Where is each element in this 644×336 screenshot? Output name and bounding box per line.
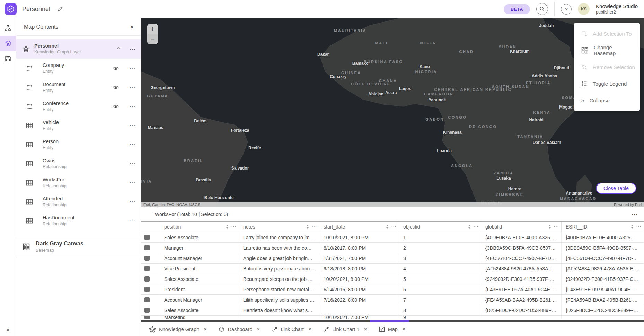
close-tab-icon[interactable]: × (204, 326, 207, 333)
table-row[interactable]: Account ManagerAngie does a great job br… (141, 253, 644, 264)
layer-item-conference[interactable]: ConferenceEntity⋯ (16, 97, 141, 116)
row-checkbox[interactable] (144, 276, 150, 282)
layer-options-button[interactable]: ⋯ (124, 122, 141, 129)
table-header-row: position⋯notes⋯start_date⋯objectid⋯globa… (141, 221, 644, 232)
table-row[interactable]: Sales AssociateLarry joined the company … (141, 232, 644, 243)
polygon-icon (26, 103, 35, 110)
row-checkbox[interactable] (144, 308, 150, 313)
layer-options-button[interactable]: ⋯ (124, 179, 141, 186)
sort-icon[interactable] (468, 224, 471, 229)
column-options-button[interactable]: ⋯ (636, 224, 642, 230)
close-panel-icon[interactable]: × (130, 23, 134, 31)
column-options-button[interactable]: ⋯ (311, 224, 317, 230)
table-row[interactable]: Marketing10/10/2021, 7:00 PM9 (141, 316, 644, 319)
tab-link-chart[interactable]: Link Chart× (266, 322, 317, 336)
layer-item-company[interactable]: CompanyEntity⋯ (16, 59, 141, 78)
expand-rail-button[interactable]: » (7, 327, 9, 333)
row-checkbox[interactable] (144, 297, 150, 302)
save-rail-button[interactable] (0, 51, 16, 66)
row-checkbox[interactable] (144, 266, 150, 271)
table-row[interactable]: Sales AssociateHenrietta doesn't know wh… (141, 305, 644, 316)
menu-item-add-selection-to: Add Selection To (574, 25, 640, 42)
row-checkbox[interactable] (144, 316, 150, 319)
zoom-in-button[interactable]: + (147, 24, 158, 34)
column-options-button[interactable]: ⋯ (473, 224, 479, 230)
zoom-out-button[interactable]: − (147, 34, 158, 44)
layer-options-button[interactable]: ⋯ (124, 160, 141, 167)
cell-esri__id: {9249032D-E300-41B5-937F-C2B… (562, 274, 644, 284)
row-checkbox[interactable] (144, 235, 150, 240)
sort-icon[interactable] (386, 224, 389, 229)
attribution-sources: Esri, Garmin, FAO, NOAA, USGS (143, 203, 200, 207)
tab-knowledge-graph[interactable]: Knowledge Graph× (143, 322, 213, 336)
column-label: notes (243, 224, 306, 230)
cell-esri__id: {F43E91EE-097A-40A1-9C4E-9FB… (562, 284, 644, 294)
basemap-item[interactable]: Dark Gray Canvas Basemap (16, 236, 141, 258)
data-model-rail-button[interactable] (0, 20, 16, 36)
sort-icon[interactable] (630, 224, 634, 229)
row-checkbox[interactable] (144, 287, 150, 292)
layer-options-button[interactable]: ⋯ (124, 217, 141, 224)
cell-notes: Persephone started new metal o… (239, 284, 319, 294)
table-row[interactable]: Account ManagerLilith specifically sells… (141, 295, 644, 305)
tab-map[interactable]: Map× (373, 322, 412, 336)
tab-dashboard[interactable]: Dashboard× (213, 322, 266, 336)
layer-visibility-toggle[interactable] (107, 65, 124, 71)
close-table-button[interactable]: Close Table (596, 183, 636, 194)
menu-item-collapse[interactable]: »Collapse (574, 92, 640, 109)
collapse-group-icon[interactable] (116, 46, 121, 52)
basemap-icon (581, 46, 589, 54)
row-checkbox[interactable] (144, 256, 150, 261)
layer-options-button[interactable]: ⋯ (124, 103, 141, 110)
layer-item-attended[interactable]: AttendedRelationship⋯ (16, 192, 141, 211)
sort-icon[interactable] (306, 224, 309, 229)
close-tab-icon[interactable]: × (364, 326, 367, 333)
layer-visibility-toggle[interactable] (107, 103, 124, 110)
layer-group-personnel[interactable]: Personnel Knowledge Graph Layer ⋯ (16, 39, 141, 59)
column-options-button[interactable]: ⋯ (391, 224, 397, 230)
layer-options-button[interactable]: ⋯ (124, 84, 141, 91)
sort-icon[interactable] (548, 224, 552, 229)
close-tab-icon[interactable]: × (257, 326, 260, 333)
table-icon (26, 217, 35, 225)
layer-item-hasdocument[interactable]: HasDocumentRelationship⋯ (16, 211, 141, 230)
main-area: » Map Contents × Personnel Knowledge Gra… (0, 18, 644, 336)
tab-link-chart-1[interactable]: Link Chart 1× (317, 322, 373, 336)
table-options-button[interactable]: ⋯ (632, 211, 638, 218)
row-checkbox[interactable] (144, 245, 150, 250)
search-button[interactable] (536, 3, 548, 15)
layer-item-document[interactable]: DocumentEntity⋯ (16, 78, 141, 97)
table-row[interactable]: PresidentPersephone started new metal o…… (141, 284, 644, 295)
close-tab-icon[interactable]: × (402, 326, 405, 333)
layer-item-vehicle[interactable]: VehicleEntity⋯ (16, 116, 141, 135)
menu-item-change-basemap[interactable]: Change Basemap (574, 42, 640, 59)
layer-item-person[interactable]: PersonEntity⋯ (16, 135, 141, 154)
close-tab-icon[interactable]: × (308, 326, 311, 333)
menu-item-toggle-legend[interactable]: Toggle Legend (574, 75, 640, 92)
cell-position: President (160, 284, 239, 294)
layer-item-worksfor[interactable]: WorksForRelationship⋯ (16, 173, 141, 192)
layers-icon (5, 40, 11, 47)
layer-options-button[interactable]: ⋯ (124, 141, 141, 148)
layers-rail-button[interactable] (0, 36, 16, 51)
cell-select (141, 295, 160, 305)
layer-group-options-button[interactable]: ⋯ (130, 45, 136, 53)
user-avatar[interactable]: KS (578, 3, 590, 15)
table-row[interactable]: Vice PresidentBuford is very passionate … (141, 264, 644, 274)
layer-group-name: Personnel (34, 43, 81, 49)
header-actions: BETA ? KS Knowledge Studio publisher2 (504, 2, 638, 16)
layer-item-owns[interactable]: OwnsRelationship⋯ (16, 154, 141, 173)
help-button[interactable]: ? (561, 4, 572, 15)
edit-title-icon[interactable] (57, 6, 63, 12)
layer-options-button[interactable]: ⋯ (124, 198, 141, 205)
tab-label: Knowledge Graph (159, 327, 199, 332)
sort-icon[interactable] (226, 224, 229, 229)
layer-visibility-toggle[interactable] (107, 84, 124, 91)
table-row[interactable]: Sales AssociateBeauregard sleeps on the … (141, 274, 644, 284)
column-options-button[interactable]: ⋯ (231, 224, 237, 230)
map-canvas[interactable]: MAURITANIAMALINIGERSUDANCHADBURKINA FASO… (141, 18, 644, 207)
column-options-button[interactable]: ⋯ (554, 224, 559, 230)
layer-options-button[interactable]: ⋯ (124, 64, 141, 72)
table-row[interactable]: ManagerLauretta has been with the comp…8… (141, 243, 644, 253)
layer-name: Conference (43, 100, 69, 107)
